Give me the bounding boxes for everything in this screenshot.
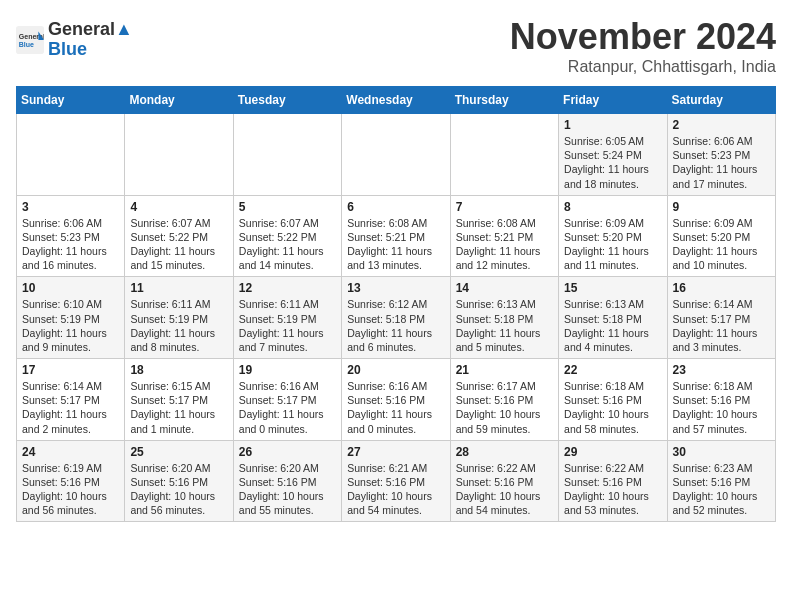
day-info: Sunrise: 6:19 AMSunset: 5:16 PMDaylight:… — [22, 461, 119, 518]
calendar-cell: 4Sunrise: 6:07 AMSunset: 5:22 PMDaylight… — [125, 195, 233, 277]
col-header-saturday: Saturday — [667, 87, 775, 114]
day-info: Sunrise: 6:20 AMSunset: 5:16 PMDaylight:… — [239, 461, 336, 518]
col-header-sunday: Sunday — [17, 87, 125, 114]
calendar-cell: 29Sunrise: 6:22 AMSunset: 5:16 PMDayligh… — [559, 440, 667, 522]
week-row-4: 17Sunrise: 6:14 AMSunset: 5:17 PMDayligh… — [17, 359, 776, 441]
day-number: 27 — [347, 445, 444, 459]
day-number: 7 — [456, 200, 553, 214]
day-info: Sunrise: 6:11 AMSunset: 5:19 PMDaylight:… — [239, 297, 336, 354]
week-row-3: 10Sunrise: 6:10 AMSunset: 5:19 PMDayligh… — [17, 277, 776, 359]
calendar-cell: 3Sunrise: 6:06 AMSunset: 5:23 PMDaylight… — [17, 195, 125, 277]
day-info: Sunrise: 6:12 AMSunset: 5:18 PMDaylight:… — [347, 297, 444, 354]
day-number: 11 — [130, 281, 227, 295]
day-info: Sunrise: 6:14 AMSunset: 5:17 PMDaylight:… — [673, 297, 770, 354]
calendar-cell: 18Sunrise: 6:15 AMSunset: 5:17 PMDayligh… — [125, 359, 233, 441]
week-row-5: 24Sunrise: 6:19 AMSunset: 5:16 PMDayligh… — [17, 440, 776, 522]
day-number: 16 — [673, 281, 770, 295]
calendar-cell: 23Sunrise: 6:18 AMSunset: 5:16 PMDayligh… — [667, 359, 775, 441]
day-number: 6 — [347, 200, 444, 214]
col-header-wednesday: Wednesday — [342, 87, 450, 114]
day-number: 28 — [456, 445, 553, 459]
col-header-tuesday: Tuesday — [233, 87, 341, 114]
logo-icon: General Blue — [16, 26, 44, 54]
day-number: 23 — [673, 363, 770, 377]
day-info: Sunrise: 6:06 AMSunset: 5:23 PMDaylight:… — [22, 216, 119, 273]
day-number: 20 — [347, 363, 444, 377]
day-info: Sunrise: 6:07 AMSunset: 5:22 PMDaylight:… — [239, 216, 336, 273]
day-number: 5 — [239, 200, 336, 214]
calendar-cell: 21Sunrise: 6:17 AMSunset: 5:16 PMDayligh… — [450, 359, 558, 441]
day-number: 2 — [673, 118, 770, 132]
calendar-cell — [125, 114, 233, 196]
day-info: Sunrise: 6:09 AMSunset: 5:20 PMDaylight:… — [673, 216, 770, 273]
day-info: Sunrise: 6:13 AMSunset: 5:18 PMDaylight:… — [564, 297, 661, 354]
day-number: 4 — [130, 200, 227, 214]
day-number: 1 — [564, 118, 661, 132]
days-header-row: SundayMondayTuesdayWednesdayThursdayFrid… — [17, 87, 776, 114]
day-number: 22 — [564, 363, 661, 377]
day-number: 26 — [239, 445, 336, 459]
calendar-cell: 25Sunrise: 6:20 AMSunset: 5:16 PMDayligh… — [125, 440, 233, 522]
day-info: Sunrise: 6:18 AMSunset: 5:16 PMDaylight:… — [564, 379, 661, 436]
calendar-cell: 15Sunrise: 6:13 AMSunset: 5:18 PMDayligh… — [559, 277, 667, 359]
col-header-monday: Monday — [125, 87, 233, 114]
calendar-cell: 26Sunrise: 6:20 AMSunset: 5:16 PMDayligh… — [233, 440, 341, 522]
day-info: Sunrise: 6:08 AMSunset: 5:21 PMDaylight:… — [456, 216, 553, 273]
page-header: General Blue General▲ Blue November 2024… — [16, 16, 776, 76]
calendar-cell: 1Sunrise: 6:05 AMSunset: 5:24 PMDaylight… — [559, 114, 667, 196]
calendar-cell: 5Sunrise: 6:07 AMSunset: 5:22 PMDaylight… — [233, 195, 341, 277]
day-info: Sunrise: 6:16 AMSunset: 5:16 PMDaylight:… — [347, 379, 444, 436]
day-info: Sunrise: 6:16 AMSunset: 5:17 PMDaylight:… — [239, 379, 336, 436]
day-number: 13 — [347, 281, 444, 295]
calendar-cell: 2Sunrise: 6:06 AMSunset: 5:23 PMDaylight… — [667, 114, 775, 196]
logo: General Blue General▲ Blue — [16, 20, 133, 60]
day-number: 21 — [456, 363, 553, 377]
calendar-cell: 9Sunrise: 6:09 AMSunset: 5:20 PMDaylight… — [667, 195, 775, 277]
calendar-cell — [450, 114, 558, 196]
day-number: 19 — [239, 363, 336, 377]
col-header-thursday: Thursday — [450, 87, 558, 114]
day-info: Sunrise: 6:13 AMSunset: 5:18 PMDaylight:… — [456, 297, 553, 354]
day-info: Sunrise: 6:18 AMSunset: 5:16 PMDaylight:… — [673, 379, 770, 436]
calendar-cell: 27Sunrise: 6:21 AMSunset: 5:16 PMDayligh… — [342, 440, 450, 522]
day-info: Sunrise: 6:21 AMSunset: 5:16 PMDaylight:… — [347, 461, 444, 518]
day-number: 12 — [239, 281, 336, 295]
day-number: 15 — [564, 281, 661, 295]
calendar-cell: 28Sunrise: 6:22 AMSunset: 5:16 PMDayligh… — [450, 440, 558, 522]
calendar-cell: 6Sunrise: 6:08 AMSunset: 5:21 PMDaylight… — [342, 195, 450, 277]
day-info: Sunrise: 6:11 AMSunset: 5:19 PMDaylight:… — [130, 297, 227, 354]
day-info: Sunrise: 6:17 AMSunset: 5:16 PMDaylight:… — [456, 379, 553, 436]
calendar-cell: 13Sunrise: 6:12 AMSunset: 5:18 PMDayligh… — [342, 277, 450, 359]
calendar-cell: 14Sunrise: 6:13 AMSunset: 5:18 PMDayligh… — [450, 277, 558, 359]
day-number: 14 — [456, 281, 553, 295]
day-info: Sunrise: 6:07 AMSunset: 5:22 PMDaylight:… — [130, 216, 227, 273]
calendar-cell — [17, 114, 125, 196]
logo-text-line2: Blue — [48, 40, 133, 60]
day-info: Sunrise: 6:09 AMSunset: 5:20 PMDaylight:… — [564, 216, 661, 273]
day-info: Sunrise: 6:08 AMSunset: 5:21 PMDaylight:… — [347, 216, 444, 273]
day-info: Sunrise: 6:22 AMSunset: 5:16 PMDaylight:… — [564, 461, 661, 518]
calendar-cell: 12Sunrise: 6:11 AMSunset: 5:19 PMDayligh… — [233, 277, 341, 359]
calendar-cell: 11Sunrise: 6:11 AMSunset: 5:19 PMDayligh… — [125, 277, 233, 359]
day-number: 10 — [22, 281, 119, 295]
calendar-cell — [233, 114, 341, 196]
calendar-cell: 8Sunrise: 6:09 AMSunset: 5:20 PMDaylight… — [559, 195, 667, 277]
calendar-cell: 24Sunrise: 6:19 AMSunset: 5:16 PMDayligh… — [17, 440, 125, 522]
calendar-cell: 7Sunrise: 6:08 AMSunset: 5:21 PMDaylight… — [450, 195, 558, 277]
day-number: 8 — [564, 200, 661, 214]
calendar-cell: 10Sunrise: 6:10 AMSunset: 5:19 PMDayligh… — [17, 277, 125, 359]
calendar-cell: 17Sunrise: 6:14 AMSunset: 5:17 PMDayligh… — [17, 359, 125, 441]
calendar-table: SundayMondayTuesdayWednesdayThursdayFrid… — [16, 86, 776, 522]
week-row-1: 1Sunrise: 6:05 AMSunset: 5:24 PMDaylight… — [17, 114, 776, 196]
title-area: November 2024 Ratanpur, Chhattisgarh, In… — [510, 16, 776, 76]
calendar-cell: 16Sunrise: 6:14 AMSunset: 5:17 PMDayligh… — [667, 277, 775, 359]
day-number: 29 — [564, 445, 661, 459]
day-number: 9 — [673, 200, 770, 214]
day-info: Sunrise: 6:23 AMSunset: 5:16 PMDaylight:… — [673, 461, 770, 518]
calendar-cell: 20Sunrise: 6:16 AMSunset: 5:16 PMDayligh… — [342, 359, 450, 441]
day-number: 18 — [130, 363, 227, 377]
svg-text:Blue: Blue — [19, 41, 34, 48]
calendar-cell: 22Sunrise: 6:18 AMSunset: 5:16 PMDayligh… — [559, 359, 667, 441]
calendar-cell: 30Sunrise: 6:23 AMSunset: 5:16 PMDayligh… — [667, 440, 775, 522]
day-info: Sunrise: 6:15 AMSunset: 5:17 PMDaylight:… — [130, 379, 227, 436]
